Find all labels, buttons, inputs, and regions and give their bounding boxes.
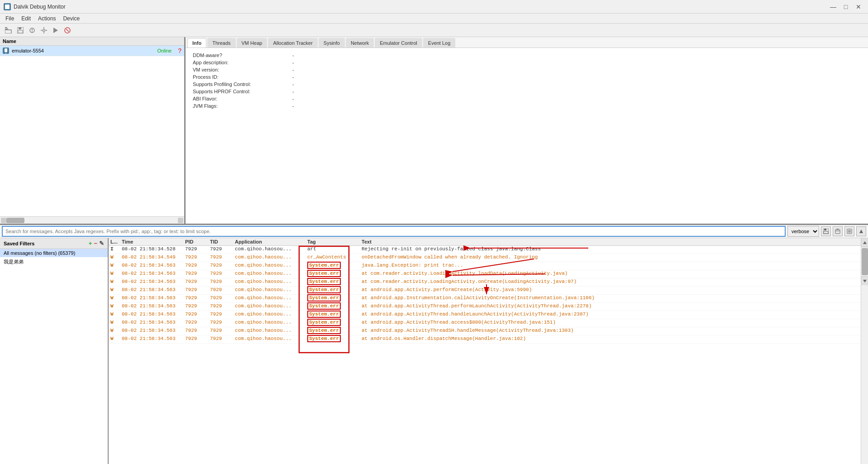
- toolbar-open[interactable]: [4, 25, 14, 35]
- log-tag: System.err: [307, 336, 362, 341]
- scroll-right-btn[interactable]: [178, 218, 183, 223]
- filter-item-custom[interactable]: 我是弟弟: [0, 257, 108, 267]
- menu-file[interactable]: File: [2, 14, 18, 23]
- tab-event-log[interactable]: Event Log: [423, 38, 456, 48]
- log-time: 08-02 21:58:34.563: [122, 287, 185, 292]
- log-tid: 7929: [210, 287, 235, 292]
- log-tid: 7929: [210, 246, 235, 252]
- device-row[interactable]: emulator-5554 Online ?: [0, 46, 184, 56]
- svg-rect-12: [43, 32, 44, 33]
- logcat-toolbar: verbose debug info warn error: [0, 225, 868, 238]
- log-level: W: [110, 328, 122, 333]
- scrollbar[interactable]: [861, 238, 868, 464]
- log-text: at android.app.Activity.performCreate(Ac…: [362, 287, 859, 292]
- log-pid: 7929: [185, 320, 210, 325]
- log-time: 08-02 21:58:34.549: [122, 254, 185, 260]
- svg-point-10: [43, 29, 45, 31]
- menu-device[interactable]: Device: [59, 14, 83, 23]
- menu-actions[interactable]: Actions: [34, 14, 59, 23]
- log-row: W 08-02 21:58:34.563 7929 7929 com.qihoo…: [109, 335, 861, 344]
- menu-edit[interactable]: Edit: [18, 14, 34, 23]
- scroll-up-btn[interactable]: [861, 238, 868, 247]
- tag-cell: cr_AwContents: [307, 254, 346, 260]
- logcat-expand-btn[interactable]: [856, 226, 866, 236]
- device-name: emulator-5554: [12, 48, 154, 53]
- level-select[interactable]: verbose debug info warn error: [787, 226, 819, 237]
- log-text: at com.reader.activity.LoadingActivity.l…: [362, 271, 859, 276]
- log-tag: cr_AwContents: [307, 254, 362, 260]
- svg-rect-26: [837, 229, 839, 230]
- toolbar-settings[interactable]: [39, 25, 49, 35]
- svg-marker-31: [859, 230, 863, 233]
- info-content: DDM-aware? - App description: - VM versi…: [186, 48, 868, 224]
- log-row: W 08-02 21:58:34.563 7929 7929 com.qihoo…: [109, 311, 861, 319]
- info-value-app-desc: -: [292, 60, 294, 65]
- log-level: W: [110, 271, 122, 276]
- search-input[interactable]: [2, 226, 786, 237]
- tab-network[interactable]: Network: [346, 38, 374, 48]
- log-time: 08-02 21:58:34.563: [122, 271, 185, 276]
- col-time: Time: [122, 239, 185, 244]
- filter-item-all[interactable]: All messages (no filters) (65379): [0, 249, 108, 257]
- svg-point-9: [32, 31, 33, 32]
- close-button[interactable]: ✕: [853, 3, 864, 11]
- log-level: W: [110, 287, 122, 292]
- log-text: at android.app.ActivityThreadSH.handleMe…: [362, 328, 859, 333]
- tab-vm-heap[interactable]: VM Heap: [237, 38, 267, 48]
- device-panel: Name emulator-5554 Online ?: [0, 37, 186, 224]
- info-label-ddm: DDM-aware?: [193, 53, 292, 58]
- svg-rect-23: [824, 231, 828, 234]
- log-level: W: [110, 311, 122, 317]
- log-tag: System.err: [307, 303, 362, 309]
- scroll-down-btn[interactable]: [861, 276, 868, 285]
- log-time: 08-02 21:58:34.563: [122, 303, 185, 309]
- svg-rect-11: [43, 27, 44, 29]
- minimize-button[interactable]: —: [827, 3, 839, 11]
- log-pid: 7929: [185, 303, 210, 309]
- log-pid: 7929: [185, 328, 210, 333]
- tag-cell-highlighted: System.err: [307, 262, 341, 269]
- device-scroll-thumb[interactable]: [6, 218, 24, 223]
- edit-filter-btn[interactable]: ✎: [99, 240, 104, 247]
- logcat-content[interactable]: I 08-02 21:58:34.528 7929 7929 com.qihoo…: [109, 246, 861, 464]
- tab-threads[interactable]: Threads: [207, 38, 235, 48]
- log-app: com.qihoo.haosou...: [235, 246, 307, 252]
- maximize-button[interactable]: □: [840, 3, 852, 11]
- toolbar-stop[interactable]: [62, 25, 72, 35]
- top-pane: Name emulator-5554 Online ?: [0, 37, 868, 225]
- log-tag: System.err: [307, 295, 362, 301]
- name-column-header: Name: [3, 38, 16, 44]
- log-app: com.qihoo.haosou...: [235, 254, 307, 260]
- log-tid: 7929: [210, 271, 235, 276]
- toolbar-run[interactable]: [51, 25, 61, 35]
- log-tag: System.err: [307, 279, 362, 284]
- tab-allocation-tracker[interactable]: Allocation Tracker: [268, 38, 317, 48]
- log-app: com.qihoo.haosou...: [235, 303, 307, 309]
- add-filter-btn[interactable]: +: [89, 240, 92, 247]
- svg-rect-0: [5, 5, 10, 9]
- tag-cell: art: [307, 246, 316, 252]
- logcat-scroll-btn[interactable]: [844, 226, 854, 236]
- filters-header: Saved Filters + − ✎: [0, 238, 108, 249]
- toolbar-save[interactable]: [15, 25, 25, 35]
- scroll-thumb[interactable]: [862, 248, 868, 275]
- device-indicator: ?: [178, 47, 181, 54]
- device-panel-scrollbar[interactable]: [0, 216, 184, 224]
- tabs-bar: Info Threads VM Heap Allocation Tracker …: [186, 37, 868, 48]
- log-pid: 7929: [185, 254, 210, 260]
- tab-emulator-control[interactable]: Emulator Control: [375, 38, 422, 48]
- info-row-ddm: DDM-aware? -: [193, 52, 861, 59]
- scroll-left-btn[interactable]: [1, 218, 6, 223]
- logcat-save-btn[interactable]: [821, 226, 831, 236]
- log-time: 08-02 21:58:34.563: [122, 295, 185, 301]
- tab-sysinfo[interactable]: Sysinfo: [319, 38, 345, 48]
- log-tid: 7929: [210, 303, 235, 309]
- filters-panel: Saved Filters + − ✎ All messages (no fil…: [0, 238, 109, 464]
- remove-filter-btn[interactable]: −: [94, 240, 97, 247]
- logcat-clear-btn[interactable]: [833, 226, 843, 236]
- log-tid: 7929: [210, 263, 235, 268]
- toolbar-debug[interactable]: [27, 25, 37, 35]
- filters-title: Saved Filters: [4, 241, 34, 246]
- tab-info[interactable]: Info: [187, 38, 206, 48]
- log-app: com.qihoo.haosou...: [235, 295, 307, 301]
